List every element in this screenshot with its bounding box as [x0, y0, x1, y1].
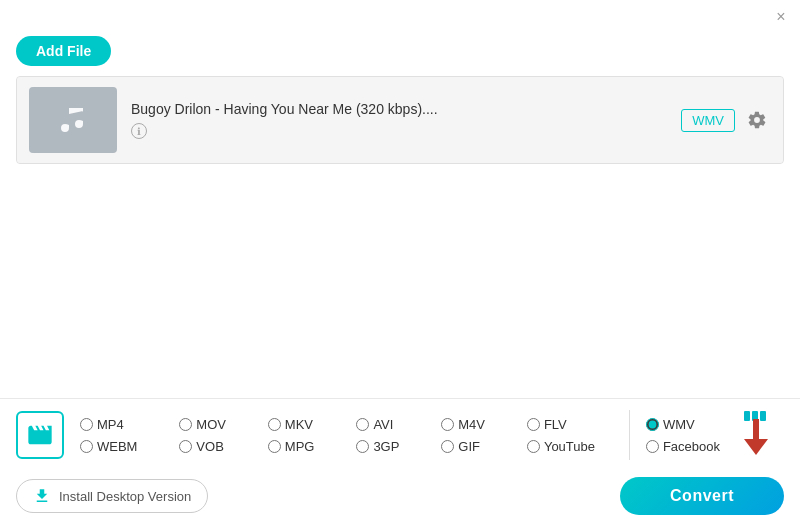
file-list: Bugoy Drilon - Having You Near Me (320 k…	[16, 76, 784, 164]
radio-flv[interactable]: FLV	[527, 417, 621, 432]
radio-mkv[interactable]: MKV	[268, 417, 341, 432]
radio-webm[interactable]: WEBM	[80, 439, 163, 454]
radio-grid: MP4 MOV MKV AVI M4V FLV WEBM VOB MPG 3GP…	[80, 417, 621, 454]
file-item: Bugoy Drilon - Having You Near Me (320 k…	[17, 77, 783, 163]
radio-divider	[629, 410, 630, 460]
bottom-actions: Install Desktop Version Convert	[0, 469, 800, 529]
close-button[interactable]: ×	[772, 8, 790, 26]
gear-button[interactable]	[743, 106, 771, 134]
svg-rect-3	[753, 419, 759, 439]
format-badge[interactable]: WMV	[681, 109, 735, 132]
film-icon	[26, 421, 54, 449]
radio-3gp[interactable]: 3GP	[356, 439, 425, 454]
extra-formats: WMV Facebook	[638, 417, 720, 454]
format-icon-box	[16, 411, 64, 459]
radio-mov[interactable]: MOV	[179, 417, 252, 432]
radio-gif[interactable]: GIF	[441, 439, 511, 454]
radio-mpg[interactable]: MPG	[268, 439, 341, 454]
format-options-row: MP4 MOV MKV AVI M4V FLV WEBM VOB MPG 3GP…	[0, 399, 800, 469]
bottom-bar: MP4 MOV MKV AVI M4V FLV WEBM VOB MPG 3GP…	[0, 398, 800, 529]
svg-rect-2	[760, 411, 766, 421]
file-actions: WMV	[681, 106, 771, 134]
radio-avi[interactable]: AVI	[356, 417, 425, 432]
radio-mp4[interactable]: MP4	[80, 417, 163, 432]
radio-facebook[interactable]: Facebook	[646, 439, 720, 454]
radio-vob[interactable]: VOB	[179, 439, 252, 454]
music-icon	[53, 100, 93, 140]
install-label: Install Desktop Version	[59, 489, 191, 504]
file-name: Bugoy Drilon - Having You Near Me (320 k…	[131, 101, 681, 117]
download-arrow-box	[728, 409, 784, 461]
svg-rect-0	[744, 411, 750, 421]
file-info: Bugoy Drilon - Having You Near Me (320 k…	[131, 101, 681, 140]
file-thumbnail	[29, 87, 117, 153]
convert-button[interactable]: Convert	[620, 477, 784, 515]
install-desktop-button[interactable]: Install Desktop Version	[16, 479, 208, 513]
download-arrow-icon	[738, 409, 774, 461]
toolbar: Add File	[0, 30, 800, 76]
svg-marker-4	[744, 439, 768, 455]
radio-m4v[interactable]: M4V	[441, 417, 511, 432]
gear-icon	[747, 110, 767, 130]
info-icon[interactable]: ℹ	[131, 123, 147, 139]
content-spacer	[0, 164, 800, 364]
download-icon	[33, 487, 51, 505]
radio-wmv[interactable]: WMV	[646, 417, 720, 432]
radio-youtube[interactable]: YouTube	[527, 439, 621, 454]
add-file-button[interactable]: Add File	[16, 36, 111, 66]
title-bar: ×	[0, 0, 800, 30]
